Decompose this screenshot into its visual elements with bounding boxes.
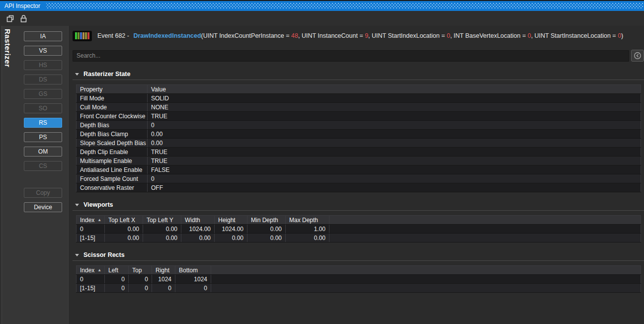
column-label: Left <box>108 267 118 274</box>
table-cell: 0.00 <box>105 225 143 234</box>
collapse-triangle-icon[interactable] <box>75 73 79 76</box>
table-cell-filler <box>329 225 641 234</box>
table-cell: 0 <box>105 275 129 284</box>
viewports-table: Index▲Top Left XTop Left YWidthHeightMin… <box>76 215 641 243</box>
table-row[interactable]: Antialiased Line EnableFALSE <box>77 165 641 174</box>
table-cell: TRUE <box>148 157 641 165</box>
table-row[interactable]: Depth Clip EnableTRUE <box>77 148 641 157</box>
stage-panel-label: Rasterizer <box>3 29 12 68</box>
table-cell: 0.00 <box>247 225 286 234</box>
pipeline-flow-icon <box>73 31 92 41</box>
panel-titlebar[interactable]: API Inspector <box>0 0 644 11</box>
collapse-triangle-icon[interactable] <box>75 204 79 206</box>
table-row[interactable]: 00010241024 <box>77 275 641 284</box>
event-description: Event 682 - DrawIndexedInstanced(UINT In… <box>97 32 623 39</box>
table-row[interactable]: Forced Sample Count0 <box>77 174 641 183</box>
table-cell: [1-15] <box>77 284 105 293</box>
table-row[interactable]: Fill ModeSOLID <box>77 94 641 103</box>
stage-button-ps[interactable]: PS <box>24 132 62 142</box>
table-cell-filler <box>211 284 641 293</box>
table-row[interactable]: [1-15]0000 <box>77 284 641 293</box>
column-header-top-left-y[interactable]: Top Left Y <box>143 216 181 225</box>
table-cell: Depth Bias Clamp <box>77 130 148 139</box>
section-divider <box>73 80 644 80</box>
table-cell: 0 <box>148 174 641 183</box>
table-cell-filler <box>329 234 641 243</box>
column-header-right[interactable]: Right <box>152 266 175 275</box>
table-cell: 0.00 <box>181 234 215 243</box>
stage-button-rs[interactable]: RS <box>24 118 62 128</box>
column-header-left[interactable]: Left <box>105 266 129 275</box>
table-row[interactable]: Depth Bias Clamp0.00 <box>77 130 641 139</box>
section-header-scissor-rects[interactable]: Scissor Rects <box>75 251 644 259</box>
column-header-index[interactable]: Index▲ <box>77 266 105 275</box>
search-input[interactable] <box>73 50 629 62</box>
lock-icon[interactable] <box>18 13 28 23</box>
table-row[interactable]: Cull ModeNONE <box>77 103 641 112</box>
circle-left-arrow-icon <box>634 52 642 60</box>
table-cell: 0 <box>129 275 152 284</box>
device-button[interactable]: Device <box>24 202 62 212</box>
table-cell: Multisample Enable <box>77 157 148 165</box>
search-row <box>73 50 644 62</box>
section-header-viewports[interactable]: Viewports <box>75 201 644 209</box>
column-label: Right <box>156 267 169 274</box>
table-cell: 0 <box>175 284 211 293</box>
table-cell: 1024 <box>152 275 175 284</box>
flow-bar <box>80 32 82 39</box>
table-cell: 1024.00 <box>181 225 215 234</box>
table-cell: 0.00 <box>247 234 286 243</box>
table-row[interactable]: Multisample EnableTRUE <box>77 157 641 165</box>
table-cell: 0 <box>129 284 152 293</box>
table-cell-filler <box>211 275 641 284</box>
column-header-index[interactable]: Index▲ <box>77 216 105 225</box>
section-header-rasterizer-state[interactable]: Rasterizer State <box>75 70 644 78</box>
column-header-min-depth[interactable]: Min Depth <box>247 216 286 225</box>
event-text-segment: , UINT StartIndexLocation = <box>368 32 447 39</box>
table-cell: Cull Mode <box>77 103 148 112</box>
pipeline-stage-sidebar: Rasterizer IAVSHSDSGSSORSPSOMCSCopyDevic… <box>0 26 68 324</box>
rasterizer-content: Event 682 - DrawIndexedInstanced(UINT In… <box>68 26 644 324</box>
table-cell: 0 <box>77 225 105 234</box>
table-cell: 0.00 <box>215 234 247 243</box>
event-text-segment: , UINT InstanceCount = <box>298 32 365 39</box>
column-header-height[interactable]: Height <box>215 216 247 225</box>
column-label: Min Depth <box>251 217 278 224</box>
table-cell: 0 <box>77 275 105 284</box>
table-row[interactable]: Front Counter ClockwiseTRUE <box>77 112 641 121</box>
stage-button-om[interactable]: OM <box>24 147 62 157</box>
event-param-value: 0 <box>528 32 531 39</box>
scissor-rects-table: Index▲LeftTopRightBottom00010241024[1-15… <box>76 265 641 293</box>
splitter-handle[interactable] <box>0 26 2 324</box>
collapse-triangle-icon[interactable] <box>75 254 79 256</box>
table-row[interactable]: 00.000.001024.001024.000.001.00 <box>77 225 641 234</box>
event-text-segment: ) <box>621 32 623 39</box>
event-text-segment: Event 682 - <box>97 32 131 39</box>
column-header-width[interactable]: Width <box>181 216 215 225</box>
table-row[interactable]: [1-15]0.000.000.000.000.000.00 <box>77 234 641 243</box>
column-label: Bottom <box>179 267 198 274</box>
table-cell: 0 <box>148 121 641 130</box>
table-cell: 0.00 <box>143 234 181 243</box>
rasterizer-state-table: PropertyValueFill ModeSOLIDCull ModeNONE… <box>76 84 641 192</box>
column-header-top-left-x[interactable]: Top Left X <box>105 216 143 225</box>
column-header-property[interactable]: Property <box>77 85 148 94</box>
table-row[interactable]: Slope Scaled Depth Bias0.00 <box>77 139 641 148</box>
float-panel-icon[interactable] <box>5 13 15 23</box>
stage-button-ia[interactable]: IA <box>24 31 62 41</box>
stage-button-so: SO <box>24 103 62 113</box>
column-header-bottom[interactable]: Bottom <box>175 266 211 275</box>
table-row[interactable]: Depth Bias0 <box>77 121 641 130</box>
table-row[interactable]: Conservative RasterOFF <box>77 183 641 192</box>
table-cell: 0 <box>105 284 129 293</box>
column-header-top[interactable]: Top <box>129 266 152 275</box>
table-cell: Depth Clip Enable <box>77 148 148 157</box>
panel-title: API Inspector <box>0 2 45 9</box>
search-prev-button[interactable] <box>631 50 644 62</box>
event-text-segment: , INT BaseVertexLocation = <box>450 32 528 39</box>
stage-button-vs[interactable]: VS <box>24 46 62 56</box>
stage-button-gs: GS <box>24 89 62 99</box>
column-header-value[interactable]: Value <box>148 85 641 94</box>
state-sections: Rasterizer StatePropertyValueFill ModeSO… <box>69 70 644 293</box>
column-header-max-depth[interactable]: Max Depth <box>286 216 329 225</box>
